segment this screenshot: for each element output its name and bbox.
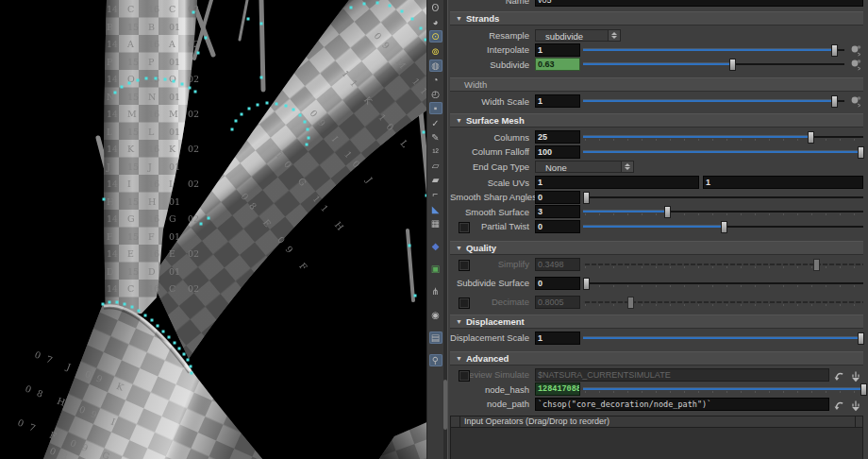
- value-field-scale-uvs-1[interactable]: 1: [535, 176, 699, 189]
- input-operators-handle[interactable]: [451, 416, 460, 427]
- display-safe-area-icon[interactable]: ▣: [429, 263, 442, 275]
- jump-to-operator-icon[interactable]: [850, 399, 863, 410]
- slider-handle[interactable]: [808, 131, 814, 144]
- slider-handle[interactable]: [831, 95, 838, 108]
- value-field-interpolate[interactable]: 1: [535, 43, 580, 57]
- value-field-width-scale[interactable]: 1: [535, 94, 580, 108]
- value-field-subdivide[interactable]: 0.63: [535, 58, 580, 71]
- display-particles-icon[interactable]: ⋔: [429, 285, 442, 298]
- param-row-subdivide: Subdivide0.63: [450, 58, 863, 71]
- display-profiles-icon[interactable]: ⌐: [429, 188, 442, 200]
- slider-smooth-surface[interactable]: [583, 205, 863, 218]
- value-field-columns[interactable]: 25: [535, 130, 580, 144]
- value-field-smooth-sharp-angles[interactable]: 0: [535, 191, 580, 204]
- svg-text:16: 16: [148, 178, 159, 189]
- svg-text:02: 02: [188, 178, 199, 189]
- name-field[interactable]: v05: [535, 0, 863, 7]
- display-hulls-icon[interactable]: ◣: [429, 203, 442, 215]
- channel-nodes-icon[interactable]: [848, 94, 863, 108]
- revert-icon[interactable]: [833, 399, 846, 410]
- input-operators-header[interactable]: Input Operators (Drag/Drop to reorder): [450, 416, 863, 428]
- value-field-simplify[interactable]: 0.3498: [535, 258, 580, 271]
- slider-subdivide[interactable]: [583, 58, 844, 71]
- lighting-normal-icon[interactable]: ⊙: [429, 30, 442, 42]
- svg-text:14: 14: [107, 74, 118, 84]
- slider-handle[interactable]: [664, 206, 671, 218]
- slider-handle[interactable]: [583, 192, 590, 204]
- slider-interpolate[interactable]: [583, 43, 844, 57]
- display-markers-icon[interactable]: ⚲: [429, 354, 442, 366]
- value-field-partial-twist[interactable]: 0: [535, 220, 580, 233]
- dropdown-spinner-icon[interactable]: [622, 161, 634, 173]
- scene-viewport[interactable]: 14C16C02B15B0114A16A02P15P0114O16O02N15N…: [0, 0, 426, 459]
- display-prim-normals-icon[interactable]: ▰: [429, 174, 442, 186]
- value-field-node-hash[interactable]: 1284170885: [535, 382, 580, 396]
- display-visualizers-icon[interactable]: ▤: [429, 332, 442, 344]
- display-point-numbers-icon[interactable]: ¹²: [429, 145, 442, 158]
- slider-decimate[interactable]: [583, 296, 863, 309]
- checkbox-decimate[interactable]: [459, 298, 470, 309]
- slider-smooth-sharp-angles[interactable]: [583, 191, 863, 204]
- slider-width-scale[interactable]: [583, 94, 844, 108]
- value-field-column-falloff[interactable]: 100: [535, 145, 580, 159]
- slider-subdivide-surface[interactable]: [583, 277, 863, 290]
- slider-fill: [583, 63, 732, 65]
- headlight-icon[interactable]: ʘ: [429, 2, 442, 14]
- ghost-shading-icon[interactable]: ◔: [429, 74, 442, 86]
- slider-column-falloff[interactable]: [583, 145, 863, 159]
- smooth-shaded-icon[interactable]: ◕: [429, 16, 442, 28]
- display-point-trails-icon[interactable]: ✎: [429, 131, 442, 144]
- jump-to-operator-icon[interactable]: [850, 369, 863, 381]
- param-label-name: Name: [450, 0, 535, 6]
- value-field-displacement-scale[interactable]: 1: [535, 332, 580, 345]
- slider-partial-twist[interactable]: [583, 220, 863, 233]
- channel-nodes-icon[interactable]: [848, 58, 863, 71]
- slider-displacement-scale[interactable]: [583, 332, 863, 345]
- display-primitives-icon[interactable]: ▱: [429, 160, 442, 172]
- slider-handle[interactable]: [583, 278, 590, 290]
- checkbox-simplify[interactable]: [459, 260, 470, 271]
- text-field-preview-simulate[interactable]: $NATSURA_CURRENTSIMULATE: [535, 368, 829, 382]
- material-shading-icon[interactable]: ◍: [429, 60, 442, 72]
- dropdown-spinner-icon[interactable]: [609, 29, 621, 42]
- display-point-normals-icon[interactable]: ✓: [429, 117, 442, 129]
- svg-text:L: L: [107, 127, 113, 137]
- slider-handle[interactable]: [858, 146, 864, 159]
- slider-columns[interactable]: [583, 130, 863, 144]
- value-field-scale-uvs-2[interactable]: 1: [703, 176, 863, 189]
- svg-text:01: 01: [169, 22, 180, 32]
- dropdown-end-cap-type[interactable]: None: [535, 161, 634, 173]
- input-operators-list[interactable]: [450, 428, 863, 459]
- section-header-displacement[interactable]: ▼Displacement: [450, 314, 863, 329]
- slider-fill: [583, 49, 834, 51]
- value-field-decimate[interactable]: 0.8005: [535, 296, 580, 309]
- section-header-advanced[interactable]: ▼Advanced: [450, 351, 863, 366]
- slider-handle[interactable]: [860, 383, 867, 396]
- wireframe-shading-icon[interactable]: ◴: [429, 88, 442, 100]
- slider-node-hash[interactable]: [583, 382, 863, 396]
- section-header-quality[interactable]: ▼Quality: [450, 241, 863, 255]
- slider-simplify[interactable]: [583, 258, 863, 271]
- channel-nodes-icon[interactable]: [848, 43, 863, 57]
- display-textures-icon[interactable]: ▦: [429, 217, 442, 230]
- display-points-icon[interactable]: ▪: [429, 102, 442, 114]
- lighting-high-quality-icon[interactable]: ⊚: [429, 45, 442, 58]
- slider-handle[interactable]: [858, 332, 864, 345]
- section-header-strands[interactable]: ▼Strands: [450, 11, 863, 26]
- slider-handle[interactable]: [831, 44, 838, 57]
- slider-handle[interactable]: [729, 59, 736, 71]
- display-sprites-icon[interactable]: ◉: [429, 309, 442, 321]
- section-header-surface-mesh[interactable]: ▼Surface Mesh: [450, 113, 863, 128]
- checkbox-partial-twist[interactable]: [459, 222, 470, 233]
- slider-handle[interactable]: [721, 221, 727, 233]
- value-field-smooth-surface[interactable]: 3: [535, 205, 580, 218]
- dropdown-resample[interactable]: subdivide: [535, 29, 621, 42]
- checkbox-preview-simulate[interactable]: [459, 370, 470, 382]
- display-xray-icon[interactable]: ◆: [429, 240, 442, 252]
- slider-handle[interactable]: [813, 259, 820, 271]
- slider-handle[interactable]: [627, 297, 634, 309]
- text-field-node-path[interactable]: `chsop("core_decoration/node_path")`: [535, 398, 829, 411]
- section-header-width[interactable]: Width: [450, 77, 863, 92]
- value-field-subdivide-surface[interactable]: 0: [535, 277, 580, 290]
- revert-icon[interactable]: [833, 369, 846, 381]
